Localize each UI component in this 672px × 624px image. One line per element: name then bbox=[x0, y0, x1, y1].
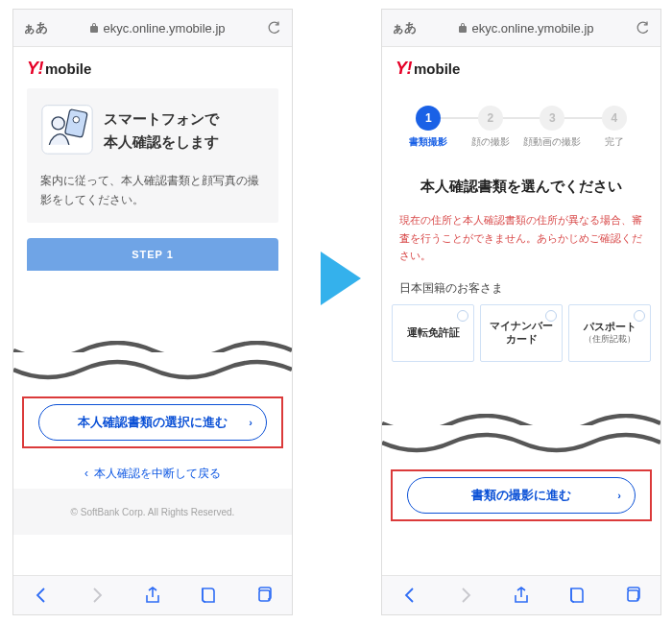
link-label: 本人確認を中断して戻る bbox=[94, 467, 221, 480]
phone-right: ぁあ ekyc.online.ymobile.jp Y!mobile 1書類撮影… bbox=[382, 10, 660, 614]
radio-icon bbox=[457, 310, 468, 322]
safari-toolbar bbox=[382, 575, 660, 614]
cancel-link[interactable]: ‹本人確認を中断して戻る bbox=[13, 466, 292, 482]
radio-icon bbox=[545, 310, 557, 322]
svg-point-3 bbox=[73, 116, 80, 123]
copyright-text: © SoftBank Corp. All Rights Reserved. bbox=[71, 507, 235, 517]
text-size-button[interactable]: ぁあ bbox=[23, 19, 48, 36]
progress-stepper: 1書類撮影 2顔の撮影 3顔動画の撮影 4完了 bbox=[382, 88, 660, 158]
phone-left: ぁあ ekyc.online.ymobile.jp Y!mobile スマートフ… bbox=[13, 10, 292, 614]
ekyc-illustration-icon bbox=[40, 102, 94, 158]
doc-option-mynumber[interactable]: マイナンバー カード bbox=[480, 304, 563, 362]
share-icon[interactable] bbox=[512, 586, 531, 605]
step-number: 4 bbox=[602, 106, 627, 131]
safari-address-bar: ぁあ ekyc.online.ymobile.jp bbox=[382, 10, 660, 47]
button-label: 本人確認書類の選択に進む bbox=[78, 415, 228, 431]
back-button[interactable] bbox=[400, 586, 420, 605]
step-3: 3顔動画の撮影 bbox=[521, 106, 584, 149]
intro-title: スマートフォンで 本人確認をします bbox=[104, 108, 219, 154]
url-display[interactable]: ekyc.online.ymobile.jp bbox=[458, 21, 593, 36]
step-2: 2顔の撮影 bbox=[460, 106, 522, 149]
refresh-icon[interactable] bbox=[636, 20, 651, 36]
step-4: 4完了 bbox=[584, 106, 646, 149]
button-label: 書類の撮影に進む bbox=[471, 488, 571, 504]
chevron-left-icon: ‹ bbox=[84, 467, 88, 480]
doc-option-passport[interactable]: パスポート（住所記載） bbox=[568, 304, 651, 362]
page-footer: © SoftBank Corp. All Rights Reserved. bbox=[13, 489, 292, 535]
step1-banner: STEP 1 bbox=[27, 238, 278, 271]
url-display[interactable]: ekyc.online.ymobile.jp bbox=[89, 21, 225, 36]
proceed-to-capture-button[interactable]: 書類の撮影に進む › bbox=[407, 477, 636, 514]
doc-label: 運転免許証 bbox=[407, 326, 460, 340]
address-warning-text: 現在の住所と本人確認書類の住所が異なる場合、審査を行うことができません。あらかじ… bbox=[382, 211, 660, 265]
document-options-row: 運転免許証 マイナンバー カード パスポート（住所記載） bbox=[382, 304, 660, 362]
intro-description: 案内に従って、本人確認書類と顔写真の撮影をしてください。 bbox=[40, 172, 265, 209]
doc-label: マイナンバー カード bbox=[490, 320, 553, 346]
step-1: 1書類撮影 bbox=[397, 106, 460, 149]
text-size-button[interactable]: ぁあ bbox=[392, 19, 417, 36]
doc-option-license[interactable]: 運転免許証 bbox=[392, 304, 474, 362]
tabs-icon[interactable] bbox=[623, 586, 642, 605]
url-text: ekyc.online.ymobile.jp bbox=[103, 21, 225, 36]
tabs-icon[interactable] bbox=[254, 586, 274, 605]
step-number: 1 bbox=[416, 106, 441, 131]
transition-arrow-icon bbox=[319, 250, 367, 310]
chevron-right-icon: › bbox=[249, 417, 252, 428]
share-icon[interactable] bbox=[143, 586, 162, 605]
step-label: 顔動画の撮影 bbox=[521, 136, 584, 149]
bookmarks-icon[interactable] bbox=[199, 586, 218, 605]
bookmarks-icon[interactable] bbox=[567, 586, 587, 605]
radio-icon bbox=[634, 310, 645, 322]
forward-button[interactable] bbox=[456, 586, 475, 605]
content-break-wave bbox=[382, 414, 660, 456]
highlight-box-primary: 書類の撮影に進む › bbox=[391, 469, 652, 521]
ymobile-logo: Y!mobile bbox=[13, 47, 292, 88]
highlight-box-primary: 本人確認書類の選択に進む › bbox=[22, 396, 283, 448]
chevron-right-icon: › bbox=[617, 490, 621, 501]
ymobile-logo: Y!mobile bbox=[382, 47, 660, 88]
intro-card: スマートフォンで 本人確認をします 案内に従って、本人確認書類と顔写真の撮影をし… bbox=[27, 88, 278, 223]
lock-icon bbox=[458, 22, 468, 34]
proceed-to-doc-select-button[interactable]: 本人確認書類の選択に進む › bbox=[38, 404, 267, 441]
doc-sublabel: （住所記載） bbox=[584, 334, 636, 346]
forward-button[interactable] bbox=[87, 586, 107, 605]
safari-toolbar bbox=[13, 575, 292, 614]
content-break-wave bbox=[13, 341, 292, 383]
refresh-icon[interactable] bbox=[267, 20, 282, 36]
step-number: 2 bbox=[478, 106, 503, 131]
step-label: 顔の撮影 bbox=[460, 136, 522, 149]
back-button[interactable] bbox=[32, 586, 51, 605]
nationality-subheading: 日本国籍のお客さま bbox=[382, 265, 660, 304]
page-title: 本人確認書類を選んでください bbox=[382, 178, 660, 196]
safari-address-bar: ぁあ ekyc.online.ymobile.jp bbox=[13, 10, 292, 47]
step-label: 完了 bbox=[584, 136, 646, 149]
url-text: ekyc.online.ymobile.jp bbox=[471, 21, 593, 36]
svg-point-1 bbox=[52, 117, 64, 130]
doc-label: パスポート bbox=[584, 321, 636, 332]
step-number: 3 bbox=[540, 106, 564, 131]
lock-icon bbox=[89, 22, 99, 34]
step-label: 書類撮影 bbox=[397, 136, 460, 149]
